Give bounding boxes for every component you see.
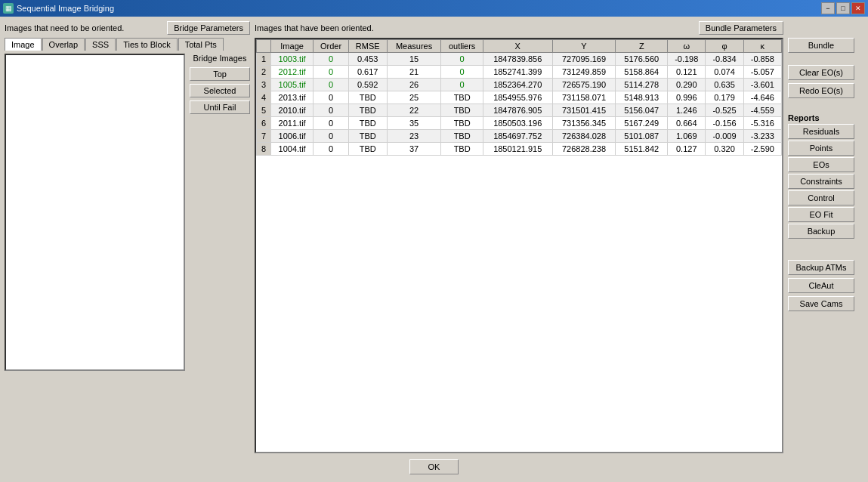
table-cell-5: TBD — [441, 130, 483, 143]
images-list — [5, 54, 185, 371]
right-panel: Bundle Clear EO(s) Redo EO(s) Reports Re… — [788, 21, 863, 453]
table-cell-6: 1850503.196 — [483, 117, 552, 130]
until-fail-button[interactable]: Until Fail — [190, 100, 250, 114]
ok-button[interactable]: OK — [409, 459, 459, 474]
clear-eos-button[interactable]: Clear EO(s) — [788, 65, 854, 80]
table-cell-2: 0 — [314, 143, 348, 156]
oriented-images-table-container: Image Order RMSE Measures outliers X Y Z… — [255, 38, 783, 453]
table-cell-1: 1005.tif — [270, 79, 313, 91]
left-header-text: Images that need to be oriented. — [5, 23, 124, 32]
constraints-button[interactable]: Constraints — [788, 174, 854, 189]
control-button[interactable]: Control — [788, 190, 854, 205]
save-cams-button[interactable]: Save Cams — [788, 296, 854, 311]
bridge-section: Bridge Images Top Selected Until Fail — [5, 54, 250, 371]
top-button[interactable]: Top — [190, 67, 250, 81]
col-outliers: outliers — [441, 40, 483, 53]
table-cell-9: 1.246 — [668, 104, 706, 117]
table-cell-8: 5101.087 — [616, 130, 668, 143]
maximize-button[interactable]: □ — [836, 2, 850, 14]
table-cell-3: TBD — [348, 104, 387, 117]
backup-atms-button[interactable]: Backup ATMs — [788, 260, 854, 275]
minimize-button[interactable]: − — [821, 2, 835, 14]
table-cell-1: 1003.tif — [270, 53, 313, 66]
table-cell-0: 1 — [257, 53, 271, 66]
main-window: Images that need to be oriented. Bridge … — [0, 17, 868, 482]
table-cell-11: -0.858 — [743, 53, 781, 66]
table-row: 22012.tif00.6172101852741.399731249.8595… — [257, 66, 782, 79]
tab-total-pts[interactable]: Total Pts — [178, 38, 224, 51]
tab-image[interactable]: Image — [5, 38, 42, 51]
table-cell-11: -4.646 — [743, 91, 781, 104]
table-cell-10: 0.074 — [706, 66, 743, 79]
title-bar: ▦ Sequential Image Bridging − □ ✕ — [0, 0, 868, 17]
table-body: 11003.tif00.4531501847839.856727095.1695… — [257, 53, 782, 156]
table-cell-3: TBD — [348, 143, 387, 156]
table-cell-3: 0.617 — [348, 66, 387, 79]
col-image: Image — [270, 40, 313, 53]
tab-ties-to-block[interactable]: Ties to Block — [116, 38, 178, 51]
table-cell-10: 0.179 — [706, 91, 743, 104]
tab-overlap[interactable]: Overlap — [42, 38, 85, 51]
table-cell-4: 21 — [387, 66, 441, 79]
tab-sss[interactable]: SSS — [85, 38, 116, 51]
table-cell-10: 0.320 — [706, 143, 743, 156]
eo-fit-button[interactable]: EO Fit — [788, 207, 854, 222]
bundle-button[interactable]: Bundle — [788, 38, 854, 53]
table-cell-1: 1004.tif — [270, 143, 313, 156]
cleaut-button[interactable]: CleAut — [788, 278, 854, 293]
residuals-button[interactable]: Residuals — [788, 124, 854, 139]
table-cell-8: 5151.842 — [616, 143, 668, 156]
middle-panel-header: Images that have been oriented. Bundle P… — [255, 21, 783, 35]
table-cell-8: 5167.249 — [616, 117, 668, 130]
table-cell-5: TBD — [441, 91, 483, 104]
table-cell-2: 0 — [314, 104, 348, 117]
table-cell-6: 1847839.856 — [483, 53, 552, 66]
table-cell-8: 5176.560 — [616, 53, 668, 66]
table-cell-4: 15 — [387, 53, 441, 66]
table-cell-9: 1.069 — [668, 130, 706, 143]
selected-button[interactable]: Selected — [190, 84, 250, 97]
table-header-row: Image Order RMSE Measures outliers X Y Z… — [257, 40, 782, 53]
table-cell-11: -3.601 — [743, 79, 781, 91]
table-cell-9: 0.121 — [668, 66, 706, 79]
table-cell-7: 726828.238 — [552, 143, 616, 156]
table-cell-5: 0 — [441, 79, 483, 91]
col-x: X — [483, 40, 552, 53]
bottom-bar: OK — [5, 456, 863, 477]
table-cell-11: -5.057 — [743, 66, 781, 79]
bridge-parameters-button[interactable]: Bridge Parameters — [167, 21, 250, 35]
col-phi: φ — [706, 40, 743, 53]
middle-panel: Images that have been oriented. Bundle P… — [255, 21, 783, 453]
redo-eos-button[interactable]: Redo EO(s) — [788, 83, 854, 98]
table-cell-5: 0 — [441, 66, 483, 79]
table-cell-8: 5148.913 — [616, 91, 668, 104]
table-cell-4: 35 — [387, 117, 441, 130]
table-cell-6: 1850121.915 — [483, 143, 552, 156]
close-button[interactable]: ✕ — [851, 2, 865, 14]
tabs-row: Image Overlap SSS Ties to Block Total Pt… — [5, 38, 250, 51]
table-cell-0: 5 — [257, 104, 271, 117]
table-cell-7: 731501.415 — [552, 104, 616, 117]
points-button[interactable]: Points — [788, 141, 854, 156]
left-panel-header: Images that need to be oriented. Bridge … — [5, 21, 250, 35]
table-cell-10: -0.834 — [706, 53, 743, 66]
table-cell-1: 2012.tif — [270, 66, 313, 79]
backup-button[interactable]: Backup — [788, 224, 854, 239]
table-cell-0: 4 — [257, 91, 271, 104]
bundle-parameters-button[interactable]: Bundle Parameters — [699, 21, 783, 35]
table-cell-2: 0 — [314, 79, 348, 91]
col-num — [257, 40, 271, 53]
eos-button[interactable]: EOs — [788, 157, 854, 172]
table-cell-11: -3.233 — [743, 130, 781, 143]
table-cell-7: 726575.190 — [552, 79, 616, 91]
table-row: 52010.tif0TBD22TBD1847876.905731501.4155… — [257, 104, 782, 117]
table-cell-0: 2 — [257, 66, 271, 79]
title-icon: ▦ — [3, 3, 14, 14]
table-cell-8: 5158.864 — [616, 66, 668, 79]
bridge-images-label: Bridge Images — [193, 54, 247, 63]
col-kappa: κ — [743, 40, 781, 53]
table-cell-6: 1847876.905 — [483, 104, 552, 117]
col-rmse: RMSE — [348, 40, 387, 53]
table-cell-4: 37 — [387, 143, 441, 156]
table-cell-1: 2013.tif — [270, 91, 313, 104]
